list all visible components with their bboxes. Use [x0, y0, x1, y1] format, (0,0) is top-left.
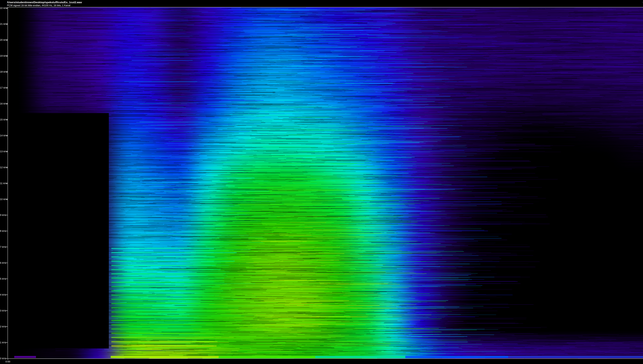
freq-tick-label: 1 kHz	[0, 341, 6, 344]
freq-tick-label: 13 kHz	[0, 150, 6, 153]
freq-tick-label: 19 kHz	[0, 54, 6, 57]
freq-tick-label: 18 kHz	[0, 70, 6, 73]
freq-tick-label: 21 kHz	[0, 22, 6, 26]
freq-tick-label: 16 kHz	[0, 102, 6, 105]
freq-tick-label: 4 kHz	[0, 293, 6, 296]
freq-tick-label: 14 kHz	[0, 134, 6, 137]
file-path-title: /Users/studentinnen/Desktop/spekstuff/cu…	[7, 1, 82, 4]
freq-tick-label: 5 kHz	[0, 278, 6, 280]
freq-tick-label: 17 kHz	[0, 86, 6, 89]
freq-tick-label: 15 kHz	[0, 118, 6, 121]
freq-tick-label: 11 kHz	[0, 182, 6, 185]
freq-tick-label: 2 kHz	[0, 325, 6, 328]
freq-tick-label: 22 kHz	[0, 7, 6, 10]
freq-tick-label: 9 kHz	[0, 214, 6, 216]
time-tick	[8, 358, 8, 360]
freq-tick-label: 7 kHz	[0, 246, 6, 248]
freq-tick-label: 10 kHz	[0, 198, 6, 201]
freq-tick-label: 20 kHz	[0, 38, 6, 41]
spectrogram-canvas	[8, 7, 643, 358]
file-format-subtitle: PCM signed 16-bit little-endian, 44100 H…	[7, 4, 70, 7]
freq-tick-label: 3 kHz	[0, 309, 6, 312]
spek-window: /Users/studentinnen/Desktop/spekstuff/cu…	[0, 0, 643, 364]
freq-tick-label: 6 kHz	[0, 262, 6, 264]
freq-tick-label: 0 kHz	[0, 357, 6, 360]
time-tick-label: 0:00	[2, 360, 14, 363]
freq-tick-label: 8 kHz	[0, 230, 6, 232]
freq-tick-label: 12 kHz	[0, 166, 6, 169]
